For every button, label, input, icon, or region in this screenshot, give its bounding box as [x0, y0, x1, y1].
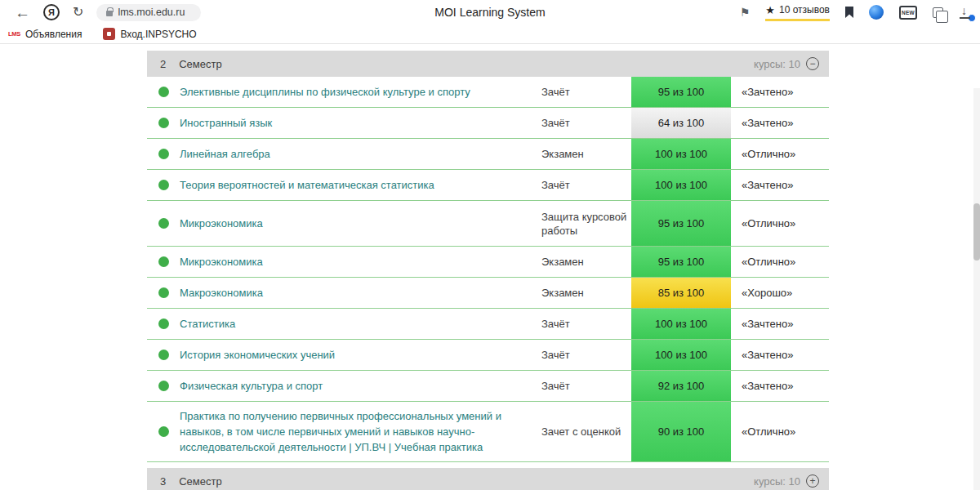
exam-type-label: Экзамен [541, 286, 631, 300]
bookmark-label: Объявления [25, 29, 82, 40]
exam-type-label: Экзамен [541, 255, 631, 269]
exam-type-label: Зачёт [541, 85, 631, 99]
grade-label: «Отлично» [731, 148, 829, 160]
course-link[interactable]: История экономических учений [180, 349, 335, 361]
toolbar-right-icons: ⚑ ★ 10 отзывов NEW ↓ [740, 0, 972, 24]
course-link[interactable]: Иностранный язык [180, 117, 272, 129]
download-arrow-icon: ↓ [961, 4, 967, 17]
semester-label: Семестр [179, 475, 221, 488]
courses-count: курсы: 10 [754, 475, 800, 488]
semester-2-header: 2 Семестр курсы: 10 − [147, 51, 829, 77]
status-dot-icon [158, 180, 169, 190]
score-cell: 85 из 100 [631, 278, 731, 308]
collections-icon[interactable] [933, 7, 943, 18]
reviews-button[interactable]: ★ 10 отзывов [765, 4, 830, 21]
semester-number: 3 [160, 475, 166, 488]
status-dot-icon [158, 218, 169, 229]
course-link[interactable]: Макроэкономика [180, 287, 263, 299]
grade-label: «Зачтено» [731, 349, 829, 361]
table-row: Статистика Зачёт 100 из 100 «Зачтено» [147, 309, 829, 340]
status-dot-icon [158, 381, 169, 391]
scrollbar-thumb[interactable] [973, 203, 980, 261]
course-link[interactable]: Практика по получению первичных професси… [180, 410, 501, 453]
status-dot-icon [158, 287, 169, 298]
page-title: MOI Learning System [434, 6, 545, 19]
score-cell: 95 из 100 [631, 247, 731, 277]
table-row: Теория вероятностей и математическая ста… [147, 170, 829, 201]
score-cell: 95 из 100 [631, 77, 731, 107]
table-row: Микроэкономика Защита курсовой работы 95… [147, 201, 829, 247]
grade-label: «Хорошо» [731, 287, 829, 299]
grade-label: «Отлично» [731, 256, 829, 268]
status-dot-icon [158, 118, 169, 128]
scrollbar-track[interactable] [973, 88, 980, 490]
reviews-label: 10 отзывов [779, 4, 830, 16]
status-dot-icon [158, 149, 169, 159]
table-row: Иностранный язык Зачёт 64 из 100 «Зачтен… [147, 108, 829, 139]
course-link[interactable]: Линейная алгебра [180, 148, 270, 160]
url-text: lms.moi.edu.ru [118, 7, 185, 18]
score-cell: 100 из 100 [631, 340, 731, 370]
status-dot-icon [158, 256, 169, 267]
course-link[interactable]: Теория вероятностей и математическая ста… [180, 179, 434, 191]
course-link[interactable]: Статистика [180, 318, 235, 330]
exam-type-label: Зачёт [541, 116, 631, 130]
page-content: 2 Семестр курсы: 10 − Элективные дисципл… [0, 44, 980, 490]
course-link[interactable]: Микроэкономика [180, 217, 263, 229]
plus-icon: + [809, 476, 815, 486]
score-cell: 100 из 100 [631, 309, 731, 339]
grade-label: «Зачтено» [731, 380, 829, 392]
grade-label: «Отлично» [731, 425, 829, 438]
bookmark-item-announcements[interactable]: LMS Объявления [8, 28, 82, 40]
grade-label: «Зачтено» [731, 318, 829, 330]
exam-type-label: Зачёт [541, 178, 631, 192]
lock-icon [106, 11, 113, 16]
semester-3-header: 3 Семестр курсы: 10 + [147, 468, 829, 490]
status-dot-icon [158, 87, 169, 97]
status-dot-icon [158, 426, 169, 437]
table-row: Практика по получению первичных професси… [147, 402, 829, 462]
grade-label: «Отлично» [731, 217, 829, 229]
yandex-button[interactable]: Я [43, 4, 60, 20]
collapse-button[interactable]: − [806, 57, 819, 70]
courses-count: курсы: 10 [754, 58, 800, 70]
expand-button[interactable]: + [806, 474, 819, 488]
blue-extension-icon[interactable] [869, 5, 884, 20]
bookmarks-bar: LMS Объявления Вход.INPSYCHO [0, 24, 980, 44]
table-row: Физическая культура и спорт Зачёт 92 из … [147, 371, 829, 402]
yandex-logo-icon: Я [48, 7, 55, 17]
refresh-button[interactable]: ↻ [73, 6, 83, 19]
bookmark-label: Вход.INPSYCHO [120, 29, 196, 40]
exam-type-label: Зачёт [541, 317, 631, 331]
grade-label: «Зачтено» [731, 117, 829, 129]
semester-number: 2 [160, 58, 166, 70]
exam-type-label: Зачёт [541, 348, 631, 362]
minus-icon: − [809, 59, 815, 69]
grade-label: «Зачтено» [731, 179, 829, 191]
status-dot-icon [158, 318, 169, 329]
inpsycho-favicon [103, 28, 115, 40]
address-bar[interactable]: lms.moi.edu.ru [96, 4, 201, 21]
score-cell: 64 из 100 [631, 108, 731, 138]
semester-label: Семестр [179, 58, 221, 70]
new-extension-icon[interactable]: NEW [899, 6, 917, 20]
table-row: История экономических учений Зачёт 100 и… [147, 340, 829, 371]
exam-type-label: Экзамен [541, 147, 631, 161]
bookmark-item-inpsycho[interactable]: Вход.INPSYCHO [103, 28, 196, 40]
course-link[interactable]: Физическая культура и спорт [180, 380, 323, 392]
bookmark-flag-icon[interactable] [845, 7, 853, 18]
browser-toolbar: ← Я ↻ lms.moi.edu.ru MOI Learning System… [0, 0, 980, 24]
course-link[interactable]: Микроэкономика [180, 256, 263, 268]
grade-label: «Зачтено» [731, 86, 829, 98]
table-row: Линейная алгебра Экзамен 100 из 100 «Отл… [147, 139, 829, 170]
status-dot-icon [158, 350, 169, 360]
flag-extension-icon[interactable]: ⚑ [740, 7, 751, 18]
course-link[interactable]: Элективные дисциплины по физической куль… [180, 86, 470, 98]
exam-type-label: Защита курсовой работы [541, 210, 631, 238]
score-cell: 95 из 100 [631, 201, 731, 246]
table-row: Микроэкономика Экзамен 95 из 100 «Отличн… [147, 247, 829, 278]
score-cell: 90 из 100 [631, 402, 731, 461]
table-row: Макроэкономика Экзамен 85 из 100 «Хорошо… [147, 278, 829, 309]
downloads-button[interactable]: ↓ [959, 5, 972, 20]
back-button[interactable]: ← [15, 5, 30, 20]
